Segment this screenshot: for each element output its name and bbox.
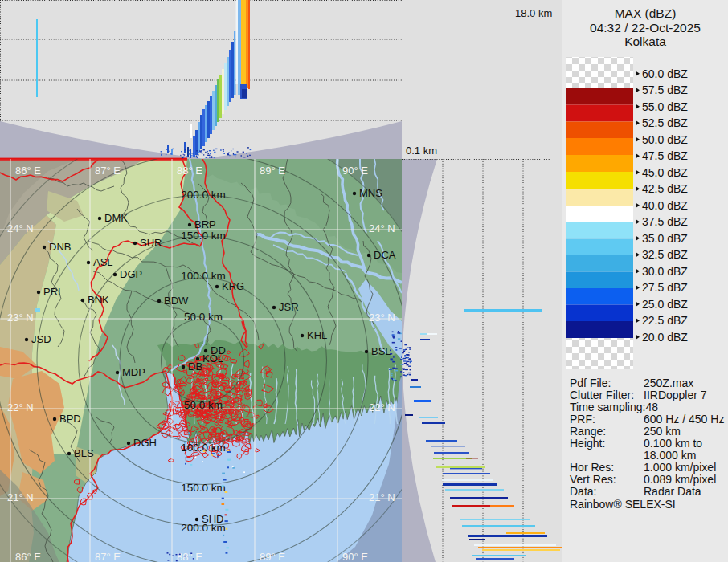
svg-text:23° N: 23° N [7, 312, 34, 324]
svg-text:DB: DB [188, 360, 202, 373]
svg-text:45.0 dBZ: 45.0 dBZ [642, 166, 688, 179]
svg-text:50.0 km: 50.0 km [184, 399, 223, 411]
svg-text:DGP: DGP [120, 268, 142, 280]
svg-text:BLS: BLS [74, 447, 94, 459]
svg-text:87° E: 87° E [95, 551, 121, 562]
svg-text:86° E: 86° E [15, 165, 41, 177]
svg-text:37.5 dBZ: 37.5 dBZ [642, 215, 688, 228]
svg-text:DNB: DNB [49, 241, 71, 253]
svg-text:22.5 dBZ: 22.5 dBZ [642, 314, 688, 327]
svg-text:MNS: MNS [359, 187, 382, 199]
svg-text:BRP: BRP [194, 218, 216, 230]
svg-text:90° E: 90° E [342, 165, 368, 177]
svg-text:JSD: JSD [31, 333, 51, 345]
svg-text:32.5 dBZ: 32.5 dBZ [642, 248, 688, 261]
svg-text:60.0 dBZ: 60.0 dBZ [642, 67, 688, 80]
svg-text:24° N: 24° N [7, 222, 34, 234]
svg-text:88° E: 88° E [177, 165, 202, 177]
svg-text:21° N: 21° N [369, 491, 395, 503]
svg-text:JSR: JSR [279, 301, 299, 313]
svg-text:24° N: 24° N [369, 222, 395, 234]
svg-text:20.0 dBZ: 20.0 dBZ [642, 331, 688, 344]
svg-text:89° E: 89° E [260, 165, 285, 177]
svg-text:MDP: MDP [122, 366, 145, 378]
svg-text:22° N: 22° N [369, 401, 395, 413]
svg-text:200.0 km: 200.0 km [181, 189, 226, 201]
svg-text:25.0 dBZ: 25.0 dBZ [642, 298, 688, 311]
svg-text:50.0 km: 50.0 km [184, 311, 223, 323]
svg-text:100.0 km: 100.0 km [181, 270, 226, 282]
svg-text:ASL: ASL [93, 256, 113, 268]
svg-text:88° E: 88° E [177, 551, 202, 562]
svg-text:50.0 dBZ: 50.0 dBZ [642, 133, 688, 146]
svg-text:40.0 dBZ: 40.0 dBZ [642, 199, 688, 212]
svg-text:21° N: 21° N [7, 491, 34, 503]
svg-text:BDW: BDW [164, 295, 189, 307]
svg-text:KOL: KOL [202, 352, 223, 364]
svg-text:23° N: 23° N [369, 312, 395, 324]
svg-text:KHL: KHL [307, 329, 327, 341]
svg-text:150.0 km: 150.0 km [181, 482, 226, 494]
svg-text:BPD: BPD [59, 413, 81, 425]
svg-text:87° E: 87° E [95, 165, 121, 177]
svg-text:30.0 dBZ: 30.0 dBZ [642, 265, 688, 278]
svg-text:27.5 dBZ: 27.5 dBZ [642, 281, 688, 294]
svg-text:SHD: SHD [202, 513, 223, 525]
svg-text:KRG: KRG [222, 280, 244, 292]
svg-text:DCA: DCA [374, 249, 396, 261]
svg-text:47.5 dBZ: 47.5 dBZ [642, 149, 688, 162]
svg-text:42.5 dBZ: 42.5 dBZ [642, 182, 688, 195]
svg-text:90° E: 90° E [342, 551, 368, 562]
svg-text:DMK: DMK [104, 212, 128, 224]
svg-text:150.0 km: 150.0 km [181, 230, 226, 242]
svg-text:PRL: PRL [43, 286, 63, 298]
svg-text:BSL: BSL [371, 345, 391, 357]
svg-text:89° E: 89° E [260, 551, 285, 562]
svg-text:55.0 dBZ: 55.0 dBZ [642, 100, 688, 113]
svg-text:52.5 dBZ: 52.5 dBZ [642, 116, 688, 129]
svg-text:BNK: BNK [88, 294, 109, 306]
svg-text:22° N: 22° N [7, 401, 34, 413]
svg-text:SUR: SUR [140, 237, 162, 249]
svg-text:86° E: 86° E [15, 551, 41, 562]
svg-text:DGH: DGH [133, 437, 157, 449]
svg-text:35.0 dBZ: 35.0 dBZ [642, 232, 688, 245]
svg-text:57.5 dBZ: 57.5 dBZ [642, 83, 688, 96]
